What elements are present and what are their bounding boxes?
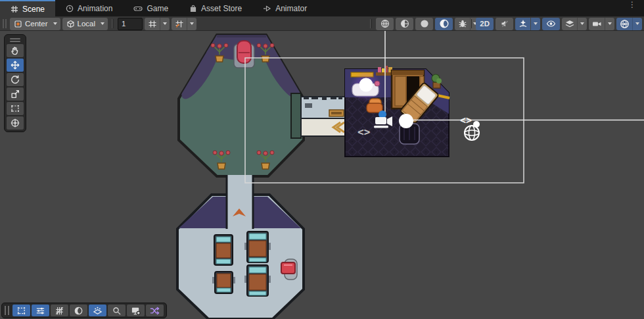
shaded-sphere-icon <box>420 19 429 28</box>
script-gizmo[interactable]: <> <box>357 126 370 138</box>
table[interactable] <box>244 265 271 296</box>
hand-icon <box>10 45 20 56</box>
move-icon <box>10 60 20 70</box>
rect-tool-icon <box>10 103 20 114</box>
tile-grid-tool[interactable] <box>51 305 68 316</box>
snap-dropdown-arrow[interactable] <box>187 18 196 30</box>
toolbar-separator <box>370 19 372 28</box>
cube-icon <box>66 20 75 28</box>
kebab-menu-icon[interactable]: ⋮ <box>628 3 636 7</box>
transform-tool[interactable] <box>7 116 24 130</box>
audio-toggle-button[interactable] <box>495 18 513 30</box>
gizmos-globe-icon <box>616 19 630 29</box>
bedroom[interactable] <box>345 66 449 157</box>
gizmos-button[interactable] <box>616 18 642 30</box>
tilemap-focus-tool[interactable] <box>89 305 106 316</box>
camera-dropdown-arrow[interactable] <box>605 18 614 30</box>
search-tool[interactable] <box>108 305 126 316</box>
counter-vent <box>305 103 312 108</box>
scale-tool[interactable] <box>7 87 24 101</box>
table[interactable] <box>214 235 233 265</box>
table[interactable] <box>212 272 235 293</box>
mode-2d-button[interactable]: 2D <box>476 18 494 30</box>
search-icon <box>112 306 122 316</box>
shading-wireframe-button[interactable] <box>376 18 394 30</box>
grid-size-input[interactable] <box>118 18 143 30</box>
hand-tool[interactable] <box>7 44 24 57</box>
tab-animator[interactable]: Animator <box>252 0 317 16</box>
snap-increment-button[interactable] <box>172 18 196 30</box>
avatar-gizmo[interactable] <box>399 114 413 128</box>
top-octagon-room[interactable] <box>175 31 306 176</box>
gizmos-dropdown-arrow[interactable] <box>632 18 642 30</box>
scale-icon <box>10 89 20 99</box>
hallway[interactable] <box>301 97 345 136</box>
scene-lighting-moon-icon <box>440 19 449 28</box>
table[interactable] <box>244 232 271 262</box>
bag-icon <box>189 5 197 12</box>
tab-animation[interactable]: Animation <box>55 0 123 16</box>
effects-button[interactable] <box>515 18 540 30</box>
rect-tool[interactable] <box>7 102 24 115</box>
orientation-dropdown-arrow <box>98 18 108 30</box>
sliders-icon <box>35 306 45 316</box>
scene-lighting-button[interactable] <box>435 18 453 30</box>
bottom-tools-overlay <box>1 303 167 318</box>
grid-visibility-icon <box>145 20 157 28</box>
effects-dropdown-arrow[interactable] <box>530 18 540 30</box>
sliders-tool[interactable] <box>32 305 49 316</box>
avatar-gizmo[interactable] <box>359 78 373 92</box>
orientation-button[interactable]: Local <box>62 18 108 30</box>
scene-visibility-button[interactable] <box>542 18 560 30</box>
layers-dropdown-arrow[interactable] <box>577 18 587 30</box>
shuffle-tool[interactable] <box>146 305 164 316</box>
gamepad-icon <box>133 5 143 12</box>
tools-overlay <box>4 34 26 132</box>
scene-viewport[interactable]: <> <> <box>0 31 644 319</box>
camera-settings-button[interactable] <box>589 18 614 30</box>
shuffle-icon <box>150 306 160 316</box>
overlay-rect-tool[interactable] <box>12 305 30 316</box>
unity-scene-view-window: Scene Animation Game Asset Store Animato… <box>0 0 644 319</box>
grid-icon <box>11 5 18 13</box>
layers-icon <box>562 19 574 28</box>
move-tool[interactable] <box>7 59 24 72</box>
toolbar-separator <box>470 19 472 28</box>
moon-icon <box>74 306 83 316</box>
right-doorway <box>291 93 301 138</box>
tab-scene[interactable]: Scene <box>0 0 55 16</box>
rotate-icon <box>10 74 20 85</box>
bug-icon <box>455 19 467 28</box>
pivot-mode-button[interactable]: Center <box>10 18 60 30</box>
grid-visibility-button[interactable] <box>145 18 170 30</box>
tab-bar: Scene Animation Game Asset Store Animato… <box>0 0 644 16</box>
snap-increment-icon <box>172 20 184 28</box>
overlay-drag-handle[interactable] <box>7 37 24 43</box>
overlay-drag-handle[interactable] <box>5 306 9 315</box>
counter-sign-text <box>331 112 342 114</box>
shading-shaded-wireframe-button[interactable] <box>396 18 413 30</box>
tile-grid-icon <box>55 306 64 316</box>
rotate-tool[interactable] <box>7 73 24 86</box>
svg-text:<>: <> <box>460 114 472 126</box>
scene-toolbar: Center Local <box>0 16 644 31</box>
camera-settings-icon <box>589 20 602 28</box>
toolbar-separator <box>112 19 114 28</box>
network-globe-gizmo[interactable] <box>465 126 479 140</box>
transform-icon <box>10 118 20 128</box>
cafeteria-room[interactable] <box>177 175 304 319</box>
toolbar-drag-handle[interactable] <box>3 19 7 28</box>
shading-shaded-button[interactable] <box>415 18 433 30</box>
moon-tool[interactable] <box>70 305 87 316</box>
pivot-center-icon <box>14 20 22 28</box>
clock-icon <box>66 5 74 12</box>
animator-icon <box>263 5 271 12</box>
tab-asset-store[interactable]: Asset Store <box>179 0 252 16</box>
display-capture-tool[interactable] <box>127 305 145 316</box>
grid-dropdown-arrow[interactable] <box>160 18 170 30</box>
wireframe-sphere-icon <box>380 19 390 28</box>
red-chair[interactable] <box>234 41 254 68</box>
layers-button[interactable] <box>562 18 587 30</box>
tab-game[interactable]: Game <box>123 0 179 16</box>
rect-select-icon <box>16 306 26 316</box>
